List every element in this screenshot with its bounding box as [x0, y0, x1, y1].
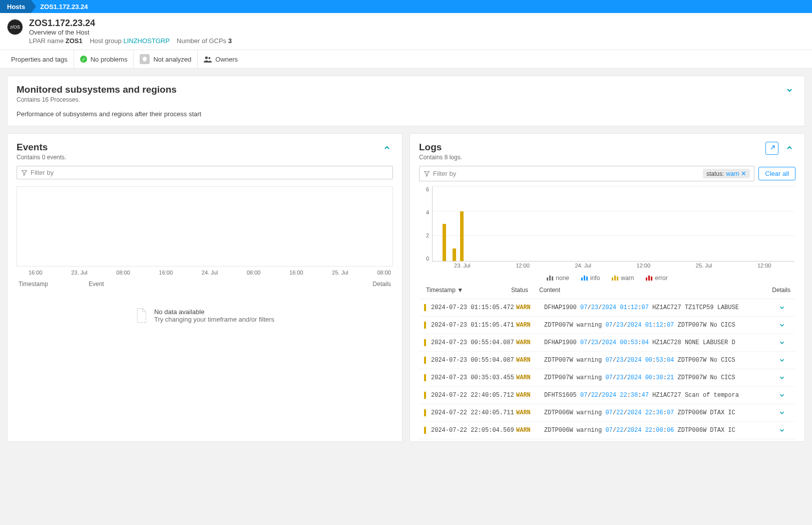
col-details: Details — [769, 287, 793, 294]
page-subtitle: Overview of the Host — [29, 29, 232, 36]
expand-row-button[interactable] — [778, 392, 793, 399]
chevron-up-icon[interactable] — [381, 142, 393, 154]
breadcrumb-current[interactable]: ZOS1.172.23.24 — [31, 1, 95, 13]
col-event[interactable]: Event — [89, 281, 361, 288]
info-tabs: Properties and tags ✓ No problems Not an… — [0, 50, 812, 69]
legend-error[interactable]: error — [646, 275, 667, 282]
panel-events: Events Contains 0 events. Filter by 16:0… — [7, 133, 402, 442]
xtick: 16:00 — [29, 270, 43, 276]
events-table-header: Timestamp Event Details — [17, 276, 393, 293]
events-title: Events — [17, 142, 66, 153]
col-status[interactable]: Status — [511, 287, 539, 294]
log-row[interactable]: 2024-07-22 22:05:04.569WARNZDTP006W warn… — [419, 422, 795, 439]
hostgroup-label: Host group — [90, 37, 122, 45]
tab-not-analyzed[interactable]: Not analyzed — [134, 50, 198, 69]
bar[interactable] — [443, 224, 446, 261]
legend-label: info — [590, 275, 600, 282]
status-stripe — [424, 409, 426, 416]
chevron-down-icon[interactable] — [783, 84, 795, 96]
events-filter-input[interactable]: Filter by — [17, 166, 393, 179]
hostgroup-link[interactable]: LINZHOSTGRP — [123, 37, 169, 45]
empty-sub: Try changing your timeframe and/or filte… — [154, 316, 274, 323]
expand-row-button[interactable] — [778, 357, 793, 364]
tab-no-problems[interactable]: ✓ No problems — [74, 50, 134, 69]
xtick: 23. Jul — [71, 270, 87, 276]
cell-status: WARN — [516, 392, 544, 399]
xtick: 16:00 — [159, 270, 173, 276]
svg-point-0 — [205, 57, 208, 59]
cell-timestamp: 2024-07-23 00:55:04.087 — [431, 339, 516, 346]
logs-filter-input[interactable]: Filter by status: warn ✕ — [419, 166, 754, 181]
tab-properties[interactable]: Properties and tags — [5, 50, 74, 69]
page-title: ZOS1.172.23.24 — [29, 18, 232, 29]
expand-row-button[interactable] — [778, 322, 793, 329]
events-sub: Contains 0 events. — [17, 154, 66, 161]
expand-row-button[interactable] — [778, 374, 793, 381]
breadcrumb-root[interactable]: Hosts — [0, 0, 31, 13]
legend-warn[interactable]: warn — [612, 275, 634, 282]
cell-status: WARN — [516, 374, 544, 381]
status-stripe — [424, 427, 426, 434]
log-row[interactable]: 2024-07-22 22:40:05.711WARNZDTP006W warn… — [419, 404, 795, 422]
log-row[interactable]: 2024-07-23 00:35:03.455WARNZDTP007W warn… — [419, 369, 795, 387]
monitored-sub: Contains 16 Processes. — [17, 96, 201, 103]
log-row[interactable]: 2024-07-23 00:55:04.087WARNDFHAP1900 07/… — [419, 334, 795, 352]
logs-table-body: 2024-07-23 01:15:05.472WARNDFHAP1900 07/… — [419, 299, 795, 439]
legend-none[interactable]: none — [547, 275, 569, 282]
legend-label: error — [655, 275, 667, 282]
col-content[interactable]: Content — [539, 287, 769, 294]
log-row[interactable]: 2024-07-23 00:55:04.087WARNZDTP007W warn… — [419, 352, 795, 369]
cell-content: DFHAP1900 07/23/2024 00:53:04 HZ1AC728 N… — [544, 339, 778, 346]
expand-row-button[interactable] — [778, 304, 793, 311]
expand-row-button[interactable] — [778, 339, 793, 346]
xtick: 08:00 — [247, 270, 261, 276]
cell-content: DFHTS1605 07/22/2024 22:38:47 HZ1AC727 S… — [544, 392, 778, 399]
expand-row-button[interactable] — [778, 409, 793, 416]
col-timestamp[interactable]: Timestamp — [19, 281, 89, 288]
panel-monitored: Monitored subsystems and regions Contain… — [7, 76, 805, 126]
xtick: 08:00 — [377, 270, 391, 276]
log-row[interactable]: 2024-07-22 22:40:05.712WARNDFHTS1605 07/… — [419, 387, 795, 404]
log-row[interactable]: 2024-07-23 01:15:05.471WARNZDTP007W warn… — [419, 317, 795, 334]
legend-label: warn — [621, 275, 634, 282]
empty-title: No data available — [154, 308, 274, 316]
host-meta: LPAR name ZOS1 Host group LINZHOSTGRP Nu… — [29, 37, 232, 45]
logs-chart[interactable]: 6420 23. Jul12:0024. Jul12:0025. Jul12:0… — [419, 186, 795, 272]
legend-info[interactable]: info — [581, 275, 600, 282]
svg-marker-3 — [425, 171, 430, 176]
lpar-value: ZOS1 — [66, 37, 83, 45]
chevron-up-icon[interactable] — [783, 142, 795, 154]
cell-status: WARN — [516, 339, 544, 346]
cell-timestamp: 2024-07-23 00:35:03.455 — [431, 374, 516, 381]
tab-owners[interactable]: Owners — [198, 50, 244, 69]
logs-title: Logs — [419, 142, 462, 153]
status-stripe — [424, 322, 426, 329]
svg-point-1 — [209, 57, 211, 59]
cell-timestamp: 2024-07-23 01:15:05.471 — [431, 322, 516, 329]
col-timestamp[interactable]: Timestamp ▼ — [426, 287, 511, 294]
logs-table-header: Timestamp ▼ Status Content Details — [419, 282, 795, 299]
cell-status: WARN — [516, 427, 544, 434]
expand-row-button[interactable] — [778, 427, 793, 434]
clear-all-button[interactable]: Clear all — [758, 167, 795, 180]
bar[interactable] — [453, 248, 456, 261]
logs-legend: none info warn error — [419, 275, 795, 282]
cell-content: ZDTP007W warning 07/23/2024 00:53:04 ZDT… — [544, 357, 778, 364]
events-chart[interactable] — [17, 186, 393, 267]
chip-remove-icon[interactable]: ✕ — [741, 170, 746, 177]
breadcrumb: Hosts ZOS1.172.23.24 — [0, 0, 812, 13]
cell-content: ZDTP007W warning 07/23/2024 00:30:21 ZDT… — [544, 374, 778, 381]
tab-no-problems-label: No problems — [91, 56, 128, 63]
cell-timestamp: 2024-07-22 22:40:05.712 — [431, 392, 516, 399]
sort-desc-icon: ▼ — [457, 287, 463, 294]
filter-chip-status[interactable]: status: warn ✕ — [703, 169, 750, 178]
monitored-title: Monitored subsystems and regions — [17, 84, 201, 95]
log-row[interactable]: 2024-07-23 01:15:05.472WARNDFHAP1900 07/… — [419, 299, 795, 317]
events-x-axis: 16:00 23. Jul 08:00 16:00 24. Jul 08:00 … — [17, 267, 393, 276]
col-details: Details — [361, 281, 391, 288]
chip-value: warn — [726, 170, 739, 177]
open-external-button[interactable] — [765, 142, 778, 155]
bar[interactable] — [460, 211, 464, 261]
users-icon — [204, 56, 212, 63]
filter-icon — [424, 170, 430, 177]
